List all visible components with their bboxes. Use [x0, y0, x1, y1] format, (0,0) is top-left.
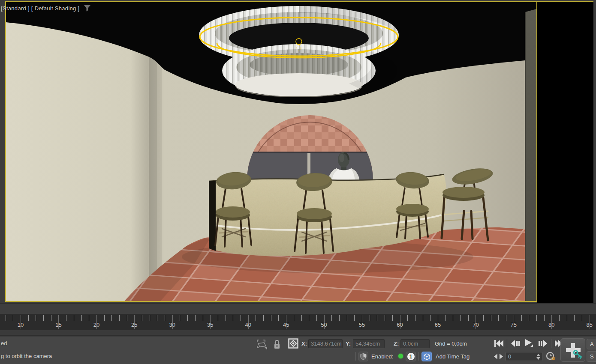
transport-separator	[507, 339, 507, 348]
ruler-tick	[483, 315, 484, 321]
ruler-tick	[36, 315, 36, 321]
ruler-frame-label: 40	[240, 322, 257, 328]
set-key-button[interactable]: S	[587, 351, 596, 362]
ruler-tick	[316, 315, 317, 321]
play-animation-button[interactable]	[524, 339, 535, 348]
ruler-tick	[430, 315, 430, 321]
spinner-arrows[interactable]	[535, 354, 542, 360]
selection-lock-icon[interactable]	[273, 340, 281, 350]
adaptive-degradation-button[interactable]	[358, 352, 368, 361]
ruler-tick	[241, 315, 241, 321]
ruler-tick	[165, 315, 165, 321]
time-configuration-button[interactable]: ⚙	[545, 351, 557, 362]
z-coordinate-label: Z:	[394, 340, 399, 347]
ruler-frame-label: 60	[391, 322, 409, 328]
ruler-tick	[294, 315, 294, 321]
ruler-tick	[536, 315, 537, 321]
ruler-frame-label: 70	[467, 322, 484, 328]
ruler-tick	[13, 315, 13, 321]
ruler-tick	[445, 315, 446, 321]
z-coordinate-field[interactable]: 0,0cm	[400, 339, 430, 348]
viewport-filter-icon[interactable]	[84, 5, 91, 12]
ruler-frame-label: 45	[277, 322, 295, 328]
ruler-tick	[392, 315, 393, 321]
ruler-tick	[104, 315, 105, 321]
ruler-tick	[89, 315, 89, 321]
ruler-tick	[574, 315, 575, 321]
timeline-lower-strip	[0, 330, 596, 336]
previous-frame-button[interactable]	[510, 339, 521, 348]
timeline-ruler[interactable]: 10152025303540455055606570758085	[0, 314, 596, 330]
enabled-status-dot	[398, 354, 403, 358]
ruler-tick	[461, 315, 461, 321]
ruler-tick	[385, 315, 385, 321]
ruler-tick	[278, 315, 279, 321]
viewport-scene[interactable]	[6, 2, 536, 301]
ruler-tick	[111, 315, 112, 321]
shading-label-text[interactable]: [Standard ] [ Default Shading ]	[1, 5, 79, 12]
status-bar: ed X: 3148,671cm Y: 54,345cm Z: 0,0cm Gr…	[0, 337, 596, 364]
ruler-tick	[498, 315, 499, 321]
ruler-frame-label: 10	[12, 322, 29, 328]
y-coordinate-label: Y:	[346, 340, 351, 347]
wall-end-slab[interactable]	[525, 9, 536, 301]
ruler-tick	[271, 315, 271, 321]
x-coordinate-field[interactable]: 3148,671cm	[308, 339, 343, 348]
ruler-tick	[256, 315, 256, 321]
ruler-tick	[468, 315, 469, 321]
ruler-tick	[301, 315, 302, 321]
ruler-tick	[377, 315, 377, 321]
ruler-tick	[309, 315, 309, 321]
add-time-tag-label[interactable]: Add Time Tag	[436, 353, 470, 360]
ruler-tick	[559, 315, 560, 321]
ruler-tick	[339, 315, 340, 321]
ruler-frame-label: 50	[316, 322, 333, 328]
track-bar[interactable]	[0, 303, 596, 314]
ruler-tick	[51, 315, 51, 321]
time-tag-cube-button[interactable]	[421, 352, 432, 361]
current-frame-spinner[interactable]: 0	[506, 352, 542, 361]
ruler-tick	[506, 315, 506, 321]
ruler-tick	[195, 315, 196, 321]
ruler-tick	[218, 315, 218, 321]
next-frame-button[interactable]	[537, 339, 548, 348]
ruler-frame-label: 20	[88, 322, 105, 328]
active-viewport[interactable]	[5, 1, 537, 302]
ruler-tick	[150, 315, 150, 321]
ruler-tick	[370, 315, 370, 321]
absolute-mode-toggle-icon[interactable]	[288, 338, 298, 349]
ruler-tick	[6, 315, 6, 321]
ruler-tick	[582, 315, 582, 321]
ruler-frame-label: 30	[164, 322, 181, 328]
ruler-tick	[142, 315, 142, 321]
ruler-tick	[180, 315, 180, 321]
ruler-tick	[81, 315, 82, 321]
enabled-label: Enabled:	[371, 353, 393, 360]
ruler-tick	[415, 315, 415, 321]
ruler-frame-label: 65	[429, 322, 446, 328]
ruler-frame-label: 15	[50, 322, 67, 328]
ruler-frame-label: 35	[202, 322, 219, 328]
ruler-tick	[544, 315, 545, 321]
ruler-frame-label: 25	[126, 322, 143, 328]
gear-icon: ⚙	[551, 356, 556, 361]
ruler-tick	[331, 315, 332, 321]
viewport-shading-label[interactable]: [Standard ] [ Default Shading ]	[1, 5, 91, 12]
degradation-level-button[interactable]: 1	[406, 352, 416, 361]
shield-icon	[360, 353, 367, 360]
go-to-start-button[interactable]	[493, 339, 504, 348]
ruler-tick	[66, 315, 66, 321]
key-mode-toggle-icon[interactable]	[494, 354, 503, 359]
set-keys-button[interactable]	[560, 338, 585, 362]
selection-status-text: ed	[1, 340, 7, 346]
auto-key-button[interactable]: A	[587, 339, 596, 349]
ruler-frame-label: 55	[353, 322, 370, 328]
ruler-tick	[127, 315, 127, 321]
frame-number-value[interactable]: 0	[506, 353, 535, 360]
ruler-tick	[567, 315, 567, 321]
cube-icon	[424, 353, 430, 360]
y-coordinate-field[interactable]: 54,345cm	[353, 339, 385, 348]
selection-region-icon[interactable]	[256, 339, 268, 350]
ruler-tick	[28, 315, 29, 321]
secondary-viewport-area[interactable]	[537, 1, 593, 303]
